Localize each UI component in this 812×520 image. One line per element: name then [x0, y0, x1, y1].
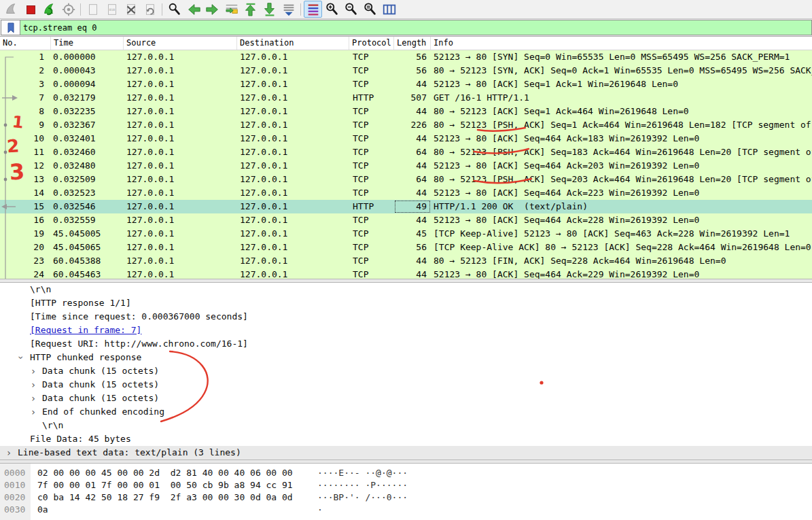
save-file-icon[interactable]: 010: [103, 1, 121, 18]
packet-row[interactable]: 100.032401127.0.0.1127.0.0.1TCP4452123 →…: [0, 132, 812, 145]
packet-row[interactable]: 110.032460127.0.0.1127.0.0.1TCP6480 → 52…: [0, 145, 812, 159]
cell-dst: 127.0.0.1: [237, 159, 349, 173]
cell-proto: TCP: [349, 118, 394, 132]
packet-row[interactable]: 30.000094127.0.0.1127.0.0.1TCP4452123 → …: [0, 77, 812, 91]
zoom-in-icon[interactable]: [323, 1, 341, 18]
cell-no: 11: [0, 145, 51, 159]
packet-row[interactable]: 140.032523127.0.0.1127.0.0.1TCP4452123 →…: [0, 186, 812, 200]
packet-row[interactable]: 20.000043127.0.0.1127.0.0.1TCP5680 → 521…: [0, 64, 812, 77]
filter-bar: [0, 19, 812, 37]
cell-time: 0.032401: [51, 132, 124, 145]
go-to-packet-icon[interactable]: [222, 1, 241, 18]
cell-dst: 127.0.0.1: [237, 213, 349, 227]
detail-line[interactable]: ›End of chunked encoding: [0, 405, 812, 419]
column-header-protocol[interactable]: Protocol: [349, 37, 394, 50]
resize-columns-icon[interactable]: [380, 1, 398, 18]
detail-line[interactable]: File Data: 45 bytes: [0, 432, 812, 446]
cell-info: GET /16-1 HTTP/1.1: [431, 91, 812, 105]
detail-text: \r\n: [42, 419, 63, 432]
packet-row[interactable]: 1945.045005127.0.0.1127.0.0.1TCP45[TCP K…: [0, 227, 812, 241]
column-header-destination[interactable]: Destination: [237, 37, 349, 50]
detail-line[interactable]: ›Data chunk (15 octets): [0, 392, 812, 405]
detail-line[interactable]: [Request URI: http://www.chrono.com/16-1…: [0, 337, 812, 351]
cell-info: [TCP Keep-Alive] 52123 → 80 [ACK] Seq=46…: [431, 227, 812, 241]
toolbar-separator: [162, 3, 162, 16]
detail-line[interactable]: ›Data chunk (15 octets): [0, 378, 812, 392]
cell-len: 44: [394, 254, 431, 268]
go-forward-icon[interactable]: [203, 1, 222, 18]
close-file-icon[interactable]: [122, 1, 140, 18]
stop-capture-icon[interactable]: [21, 1, 39, 18]
packet-row[interactable]: 2460.045463127.0.0.1127.0.0.1TCP4452123 …: [0, 268, 812, 279]
cell-src: 127.0.0.1: [124, 64, 237, 77]
detail-line[interactable]: [HTTP response 1/1]: [0, 296, 812, 310]
expand-icon[interactable]: ›: [29, 364, 37, 378]
cell-dst: 127.0.0.1: [237, 105, 349, 118]
detail-text: End of chunked encoding: [42, 405, 164, 419]
restart-capture-icon[interactable]: [40, 1, 58, 18]
hex-bytes: c0 ba 14 42 50 18 27 f9 2f a3 00 00 30 0…: [31, 491, 317, 504]
packet-row[interactable]: 2360.045388127.0.0.1127.0.0.1TCP4480 → 5…: [0, 254, 812, 268]
start-capture-icon[interactable]: [2, 1, 20, 18]
packet-row[interactable]: 80.032235127.0.0.1127.0.0.1TCP4480 → 521…: [0, 105, 812, 118]
cell-len: 44: [394, 105, 431, 118]
packet-row[interactable]: 150.032546127.0.0.1127.0.0.1HTTP49HTTP/1…: [0, 200, 812, 213]
column-header-source[interactable]: Source: [124, 37, 237, 50]
hex-row[interactable]: 00107f 00 00 01 7f 00 00 01 00 50 cb 9b …: [0, 479, 812, 491]
go-first-packet-icon[interactable]: [241, 1, 260, 18]
open-file-icon[interactable]: [84, 1, 102, 18]
cell-proto: HTTP: [349, 200, 394, 213]
column-header-no[interactable]: No.: [0, 37, 51, 50]
column-header-time[interactable]: Time: [51, 37, 124, 50]
hex-ascii: ········ ·P······: [317, 479, 408, 491]
cell-info: 52123 → 80 [SYN] Seq=0 Win=65535 Len=0 M…: [431, 50, 812, 64]
collapse-icon[interactable]: ›: [14, 353, 28, 362]
zoom-reset-icon[interactable]: [361, 1, 379, 18]
column-header-info[interactable]: Info: [431, 37, 812, 50]
cell-info: [TCP Keep-Alive ACK] 80 → 52123 [ACK] Se…: [431, 241, 812, 254]
cell-src: 127.0.0.1: [124, 77, 237, 91]
cell-info: 80 → 52123 [PSH, ACK] Seq=1 Ack=464 Win=…: [431, 118, 812, 132]
detail-line[interactable]: ›Data chunk (15 octets): [0, 364, 812, 378]
hex-row[interactable]: 0020c0 ba 14 42 50 18 27 f9 2f a3 00 00 …: [0, 491, 812, 504]
filter-bookmark-icon[interactable]: [1, 20, 20, 35]
detail-line[interactable]: [Time since request: 0.000367000 seconds…: [0, 310, 812, 324]
cell-dst: 127.0.0.1: [237, 64, 349, 77]
packet-row[interactable]: 130.032509127.0.0.1127.0.0.1TCP6480 → 52…: [0, 173, 812, 186]
packet-row[interactable]: 10.000000127.0.0.1127.0.0.1TCP5652123 → …: [0, 50, 812, 64]
capture-options-icon[interactable]: [59, 1, 77, 18]
cell-info: 52123 → 80 [ACK] Seq=464 Ack=183 Win=261…: [431, 132, 812, 145]
cell-time: 45.045005: [51, 227, 124, 241]
packet-row[interactable]: 2045.045065127.0.0.1127.0.0.1TCP56[TCP K…: [0, 241, 812, 254]
go-back-icon[interactable]: [184, 1, 202, 18]
detail-line[interactable]: \r\n: [0, 419, 812, 432]
expand-icon[interactable]: ›: [29, 405, 37, 419]
cell-info: 80 → 52123 [ACK] Seq=1 Ack=464 Win=26196…: [431, 105, 812, 118]
expand-icon[interactable]: ›: [29, 378, 37, 392]
column-header-length[interactable]: Length: [394, 37, 431, 50]
display-filter-input[interactable]: [20, 20, 812, 35]
zoom-out-icon[interactable]: [342, 1, 360, 18]
packet-row[interactable]: 90.032367127.0.0.1127.0.0.1TCP22680 → 52…: [0, 118, 812, 132]
cell-info: 52123 → 80 [ACK] Seq=464 Ack=228 Win=261…: [431, 213, 812, 227]
packet-row[interactable]: 70.032179127.0.0.1127.0.0.1HTTP507GET /1…: [0, 91, 812, 105]
detail-line[interactable]: ›HTTP chunked response: [0, 351, 812, 364]
autoscroll-icon[interactable]: [279, 1, 298, 18]
expand-icon[interactable]: ›: [29, 392, 37, 405]
detail-line[interactable]: [Request in frame: 7]: [0, 324, 812, 337]
colorize-icon[interactable]: [304, 1, 322, 18]
find-packet-icon[interactable]: [165, 1, 183, 18]
cell-proto: TCP: [349, 159, 394, 173]
expand-icon[interactable]: ›: [5, 446, 13, 460]
hex-row[interactable]: 000002 00 00 00 45 00 00 2d d2 81 40 00 …: [0, 467, 812, 479]
hex-row[interactable]: 00300a·: [0, 504, 812, 516]
reload-file-icon[interactable]: [141, 1, 159, 18]
packet-row[interactable]: 160.032559127.0.0.1127.0.0.1TCP4452123 →…: [0, 213, 812, 227]
go-last-packet-icon[interactable]: [260, 1, 279, 18]
cell-src: 127.0.0.1: [124, 145, 237, 159]
detail-line[interactable]: ›Line-based text data: text/plain (3 lin…: [0, 446, 812, 460]
main-toolbar: 010: [0, 0, 812, 19]
detail-link-text[interactable]: [Request in frame: 7]: [30, 324, 141, 337]
packet-row[interactable]: 120.032480127.0.0.1127.0.0.1TCP4452123 →…: [0, 159, 812, 173]
detail-line[interactable]: \r\n: [0, 283, 812, 296]
